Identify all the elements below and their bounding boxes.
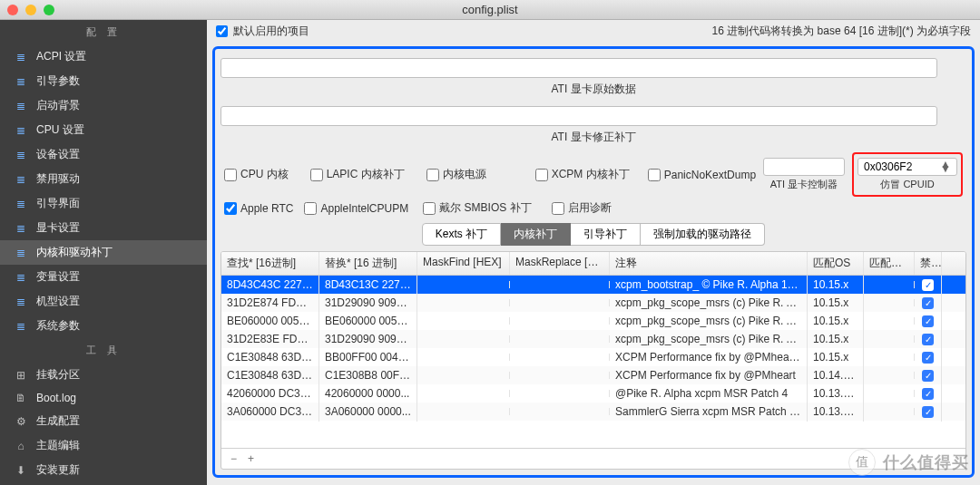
check-icon: ✓ xyxy=(922,352,934,364)
ati-controller-input[interactable] xyxy=(763,158,845,176)
add-row-button[interactable]: + xyxy=(248,452,254,465)
column-header[interactable]: 禁用 xyxy=(915,252,942,275)
table-cell: 10.15.x xyxy=(808,276,864,295)
table-cell: BE060000 005D... xyxy=(319,311,417,331)
sidebar-item-label: 安装更新 xyxy=(36,462,80,478)
sidebar-item[interactable]: ⬇安装更新 xyxy=(0,458,207,482)
table-row[interactable]: 31D2E874 FDFFFF31D29090 9090...xcpm_pkg_… xyxy=(221,294,965,312)
default-enabled-checkbox[interactable]: 默认启用的项目 xyxy=(216,24,309,39)
table-cell: xcpm_pkg_scope_msrs (c) Pike R. Alp... xyxy=(610,329,808,349)
sidebar-item[interactable]: ≣ACPI 设置 xyxy=(0,44,207,69)
panic-checkbox[interactable]: PanicNoKextDump xyxy=(648,169,756,181)
check-icon: ✓ xyxy=(922,388,934,400)
table-cell: 8D43C43C 2277... xyxy=(221,276,319,295)
table-cell: XCPM Performance fix by @PMheart xyxy=(610,365,808,385)
sidebar-item[interactable]: ≣系统参数 xyxy=(0,314,207,338)
sidebar-item-label: 挂载分区 xyxy=(36,367,80,383)
table-row[interactable]: BE060000 005D...BE060000 005D...xcpm_pkg… xyxy=(221,312,965,330)
main-panel: 默认启用的项目 16 进制代码将转换为 base 64 [16 进制](*) 为… xyxy=(207,20,980,485)
diag-checkbox[interactable]: 启用诊断 xyxy=(552,200,612,216)
minimize-icon[interactable] xyxy=(25,5,36,15)
table-cell: BB00FF00 0048... xyxy=(319,347,417,367)
table-cell xyxy=(510,281,610,288)
fake-cpuid-label: 仿冒 CPUID xyxy=(880,178,934,191)
sidebar-section-config: 配 置 xyxy=(0,20,207,44)
table-cell: 10.14.x,1... xyxy=(808,365,864,385)
table-cell: 10.15.x xyxy=(808,311,864,331)
column-header[interactable]: MaskFind [HEX] xyxy=(417,252,510,275)
table-row[interactable]: 8D43C43C 2277...8D43C13C 2277...xcpm_boo… xyxy=(221,276,965,294)
fake-cpuid-combo[interactable]: 0x0306F2 ▲▼ xyxy=(858,158,957,176)
table-cell xyxy=(417,408,510,415)
table-cell xyxy=(864,335,915,343)
sidebar-item[interactable]: ≣禁用驱动 xyxy=(0,167,207,191)
apple-intel-checkbox[interactable]: AppleIntelCPUPM xyxy=(304,202,408,215)
sidebar-item[interactable]: ≣变量设置 xyxy=(0,265,207,289)
sidebar-item[interactable]: ≣内核和驱动补丁 xyxy=(0,240,207,265)
table-cell xyxy=(864,354,915,361)
remove-row-button[interactable]: − xyxy=(230,452,237,465)
titlebar: config.plist xyxy=(0,0,980,20)
lapic-checkbox[interactable]: LAPIC 内核补丁 xyxy=(310,167,405,182)
table-row[interactable]: 3A060000 DC33...3A060000 0000...SammlerG… xyxy=(221,403,965,421)
list-icon: ≣ xyxy=(15,222,27,235)
apple-rtc-checkbox[interactable]: Apple RTC xyxy=(224,202,293,215)
table-cell: 31D2E874 FDFFFF xyxy=(221,293,319,313)
cpu-kernel-checkbox[interactable]: CPU 内核 xyxy=(224,167,289,182)
table-cell xyxy=(417,354,510,361)
table-row[interactable]: 31D2E83E FDFFFF31D29090 9090...xcpm_pkg_… xyxy=(221,330,965,348)
table-row[interactable]: C1E30848 63D3...C1E308B8 00FF...XCPM Per… xyxy=(221,366,965,384)
table-cell xyxy=(510,390,610,397)
sidebar-item[interactable]: ≣CPU 设置 xyxy=(0,118,207,142)
table-cell: BE060000 005D... xyxy=(221,311,319,331)
kernel-pm-checkbox[interactable]: 内核电源 xyxy=(426,167,486,182)
list-icon: ⚙ xyxy=(15,415,27,428)
xcpm-checkbox[interactable]: XCPM 内核补丁 xyxy=(535,167,630,182)
sidebar-item[interactable]: ≣机型设置 xyxy=(0,289,207,314)
column-header[interactable]: 匹配构建 xyxy=(864,252,915,275)
sidebar-item[interactable]: 🗎Boot.log xyxy=(0,387,207,409)
tab[interactable]: 引导补丁 xyxy=(571,223,641,246)
table-cell xyxy=(864,408,915,415)
check-icon: ✓ xyxy=(922,334,934,345)
column-header[interactable]: 查找* [16进制] xyxy=(221,252,319,275)
column-header[interactable]: 注释 xyxy=(610,252,808,275)
watermark-text: 什么值得买 xyxy=(883,451,969,473)
list-icon: 🗎 xyxy=(15,392,27,404)
check-icon: ✓ xyxy=(922,370,934,382)
table-header: 查找* [16进制]替换* [16 进制]MaskFind [HEX]MaskR… xyxy=(221,252,965,276)
table-row[interactable]: 42060000 DC33...42060000 0000...@Pike R.… xyxy=(221,384,965,403)
table-cell xyxy=(417,317,510,325)
sidebar-item[interactable]: ≣启动背景 xyxy=(0,93,207,118)
sidebar-item[interactable]: ≣引导参数 xyxy=(0,69,207,93)
ati-raw-input[interactable] xyxy=(220,58,937,78)
disable-cell[interactable]: ✓ xyxy=(915,402,942,422)
close-icon[interactable] xyxy=(7,5,18,15)
sidebar-item[interactable]: ⊞挂载分区 xyxy=(0,363,207,387)
ati-controller-label: ATI 显卡控制器 xyxy=(770,178,838,191)
sidebar-item[interactable]: ≣显卡设置 xyxy=(0,216,207,240)
sidebar-item[interactable]: ≣引导界面 xyxy=(0,191,207,216)
table-cell: C1E30848 63D3... xyxy=(221,347,319,367)
table-cell xyxy=(417,372,510,379)
sidebar-item[interactable]: ≣设备设置 xyxy=(0,142,207,167)
table-cell: 31D29090 9090... xyxy=(319,293,417,313)
column-header[interactable]: MaskReplace [HEX] xyxy=(510,252,610,275)
sidebar-item[interactable]: ⚙生成配置 xyxy=(0,409,207,433)
ati-patch-input[interactable] xyxy=(220,106,937,126)
sidebar-item-label: CPU 设置 xyxy=(36,122,84,138)
tab[interactable]: 强制加载的驱动路径 xyxy=(641,223,765,246)
tab[interactable]: Kexts 补丁 xyxy=(422,223,501,246)
table-cell xyxy=(510,299,610,306)
column-header[interactable]: 匹配OS xyxy=(808,252,864,275)
patch-tabs: Kexts 补丁内核补丁引导补丁强制加载的驱动路径 xyxy=(220,223,966,246)
dell-checkbox[interactable]: 戴尔 SMBIOS 补丁 xyxy=(423,200,531,216)
tab[interactable]: 内核补丁 xyxy=(501,223,571,246)
sidebar-item-label: 显卡设置 xyxy=(36,220,80,236)
table-cell: 3A060000 DC33... xyxy=(221,402,319,422)
sidebar-item[interactable]: ⌂主题编辑 xyxy=(0,433,207,458)
column-header[interactable]: 替换* [16 进制] xyxy=(319,252,417,275)
list-icon: ≣ xyxy=(15,296,27,308)
maximize-icon[interactable] xyxy=(44,5,54,15)
table-row[interactable]: C1E30848 63D3...BB00FF00 0048...XCPM Per… xyxy=(221,348,965,366)
